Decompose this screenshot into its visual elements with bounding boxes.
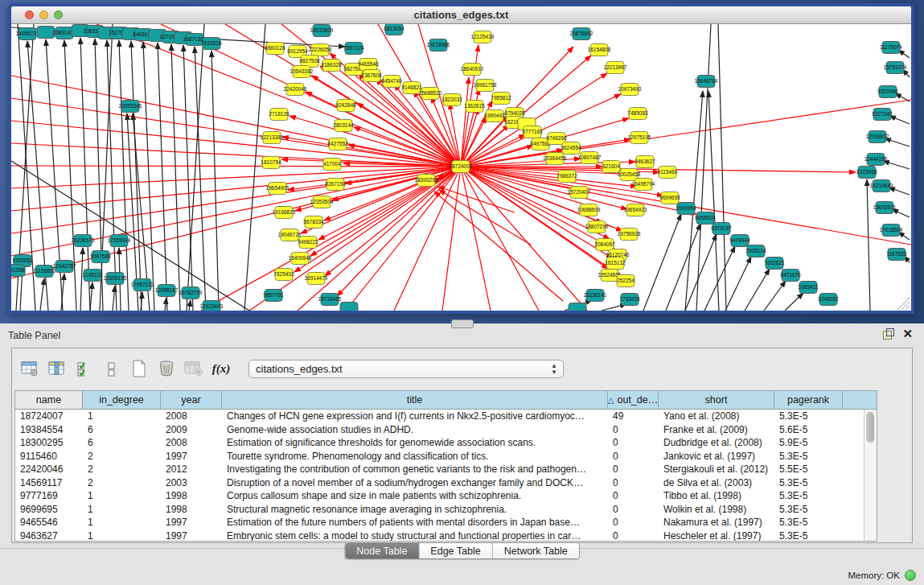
table-cell[interactable]: 5.3E-5 — [774, 504, 843, 515]
graph-node[interactable]: 10807487 — [578, 152, 602, 164]
table-cell[interactable]: Investigating the contribution of common… — [222, 463, 608, 475]
table-cell[interactable]: Stergiakouli et al. (2012) — [659, 463, 774, 475]
graph-node[interactable]: 18807299 — [585, 221, 609, 233]
table-cell[interactable]: 18300295 — [15, 437, 83, 448]
table-cell[interactable]: 0 — [608, 437, 659, 448]
table-row[interactable]: 946554611997Estimation of the future num… — [15, 516, 877, 529]
table-cell[interactable]: 18724007 — [15, 410, 83, 422]
graph-node[interactable]: 12444158 — [864, 154, 888, 166]
graph-edge[interactable] — [183, 45, 193, 311]
column-header-short[interactable]: short — [659, 391, 774, 409]
graph-node[interactable]: 9465546 — [358, 59, 379, 71]
graph-node[interactable]: 9329966 — [877, 86, 898, 98]
table-cell[interactable]: 2009 — [161, 424, 222, 435]
table-cell[interactable]: 0 — [608, 530, 659, 542]
graph-node[interactable]: 9463627 — [634, 156, 655, 168]
table-cell[interactable]: 2 — [83, 477, 161, 488]
graph-edge[interactable] — [685, 234, 717, 311]
graph-node[interactable]: 7955812 — [491, 93, 511, 105]
table-cell[interactable]: 0 — [608, 477, 659, 488]
table-cell[interactable]: Franke et al. (2009) — [659, 424, 774, 435]
table-row[interactable]: 946362711997Embryonic stem cells: a mode… — [15, 529, 877, 542]
table-cell[interactable]: 9465546 — [15, 517, 83, 528]
graph-node[interactable]: 7857224 — [343, 43, 364, 55]
graph-node[interactable]: 7615526 — [201, 38, 222, 50]
delete-table-button[interactable] — [183, 356, 205, 381]
table-cell[interactable]: Disruption of a novel member of a sodium… — [222, 477, 608, 488]
graph-node[interactable]: 15716485 — [318, 294, 342, 306]
table-cell[interactable]: Tibbo et al. (1998) — [659, 490, 774, 501]
tab-network-table[interactable]: Network Table — [493, 543, 579, 558]
graph-node[interactable]: 17016504 — [880, 225, 903, 237]
graph-node[interactable]: 7632621 — [764, 257, 785, 270]
table-cell[interactable]: 1997 — [161, 517, 222, 528]
table-cell[interactable]: 1 — [83, 504, 161, 515]
graph-edge[interactable] — [889, 116, 910, 124]
graph-edge[interactable] — [785, 293, 803, 311]
network-graph[interactable]: 1405572120891406106532671527607646616110… — [11, 24, 911, 311]
network-view-window[interactable]: citations_edges.txt 14055721208914061065… — [8, 3, 914, 314]
table-cell[interactable]: 1998 — [161, 490, 222, 501]
graph-node[interactable]: 12093832 — [866, 131, 889, 143]
graph-edge[interactable] — [189, 300, 191, 311]
graph-node[interactable]: 2803144 — [333, 120, 354, 132]
graph-node[interactable]: 1145119 — [83, 270, 103, 282]
table-row[interactable]: 911546021997Tourette syndrome. Phenomeno… — [15, 450, 877, 463]
vertical-scrollbar[interactable] — [864, 410, 877, 541]
table-cell[interactable]: Changes of HCN gene expression and I(f) … — [222, 410, 608, 422]
table-cell[interactable]: 1 — [83, 410, 161, 422]
table-cell[interactable]: 22420046 — [15, 463, 83, 475]
graph-edge[interactable] — [11, 167, 461, 278]
graph-edge[interactable] — [11, 76, 461, 167]
graph-edge[interactable] — [107, 40, 117, 311]
graph-edge[interactable] — [666, 224, 700, 311]
graph-node[interactable]: 16914479 — [305, 273, 328, 285]
graph-edge[interactable] — [461, 167, 539, 311]
graph-node[interactable]: 15720407 — [568, 187, 591, 199]
function-builder-button[interactable]: f(x) — [210, 356, 232, 381]
graph-node[interactable]: 19654905 — [266, 183, 290, 195]
graph-node[interactable]: 9498222 — [298, 237, 318, 249]
graph-edge[interactable] — [211, 51, 219, 311]
table-cell[interactable]: Tourette syndrome. Phenomenology and cla… — [222, 451, 608, 462]
table-cell[interactable]: 5.3E-5 — [774, 490, 843, 501]
graph-node[interactable]: 16210643 — [870, 180, 893, 192]
table-cell[interactable]: 9777169 — [15, 490, 83, 501]
network-window-titlebar[interactable]: citations_edges.txt — [11, 6, 911, 24]
graph-edge[interactable] — [80, 248, 83, 311]
table-cell[interactable]: 6 — [83, 437, 161, 448]
graph-node[interactable]: 22420046 — [284, 84, 307, 96]
table-cell[interactable]: 5.3E-5 — [774, 410, 843, 422]
graph-node[interactable]: 8186328 — [321, 60, 342, 72]
canvas-resize-grip[interactable] — [897, 298, 910, 310]
table-cell[interactable]: 2003 — [161, 477, 222, 488]
table-cell[interactable]: 2 — [83, 463, 161, 475]
graph-edge[interactable] — [889, 187, 910, 195]
table-cell[interactable]: 1997 — [161, 530, 222, 542]
graph-node[interactable]: 10688609 — [577, 204, 601, 216]
table-cell[interactable]: 5.3E-5 — [774, 530, 843, 542]
table-cell[interactable]: 2008 — [161, 437, 222, 448]
graph-node[interactable]: 9699695 — [659, 192, 680, 204]
graph-node[interactable]: 18640910 — [461, 64, 484, 76]
graph-node[interactable]: 1810754 — [261, 157, 281, 169]
graph-node[interactable]: 19654923 — [624, 204, 647, 216]
table-cell[interactable]: 9699695 — [15, 504, 83, 515]
graph-edge[interactable] — [725, 257, 751, 311]
graph-node[interactable]: 1615132 — [605, 257, 626, 270]
table-cell[interactable]: Corpus callosum shape and size in male p… — [222, 490, 608, 501]
graph-edge[interactable] — [438, 187, 515, 212]
table-cell[interactable]: Genome-wide association studies in ADHD. — [222, 424, 608, 435]
graph-node[interactable]: 17957222 — [131, 279, 154, 291]
graph-edge[interactable] — [119, 40, 129, 311]
table-cell[interactable]: de Silva et al. (2003) — [659, 477, 774, 488]
show-columns-button[interactable] — [46, 356, 68, 381]
graph-node[interactable]: 12125439 — [471, 31, 495, 43]
table-cell[interactable]: 2012 — [161, 463, 222, 475]
table-row[interactable]: 969969511998Structural magnetic resonanc… — [15, 503, 877, 517]
graph-node[interactable]: 8471676 — [780, 270, 801, 282]
graph-node[interactable]: 15692931 — [873, 202, 897, 214]
table-cell[interactable]: 49 — [608, 410, 659, 422]
table-row[interactable]: 1938455462009Genome-wide association stu… — [15, 423, 877, 437]
graph-node[interactable]: 8267150 — [325, 179, 346, 191]
